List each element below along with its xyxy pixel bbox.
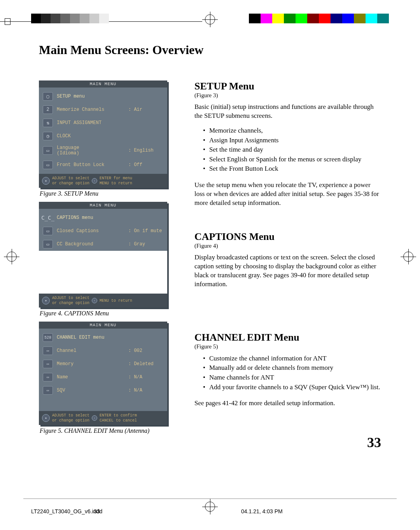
figures-column: MAIN MENU ▢SETUP menu 2Memorize Channels… bbox=[39, 80, 179, 439]
channel-bullets: Customize the channel information for AN… bbox=[194, 354, 381, 392]
registration-mark-icon bbox=[401, 249, 416, 264]
figure-3-caption: Figure 3. SETUP Menu bbox=[40, 190, 179, 197]
page-title: Main Menu Screens: Overview bbox=[39, 43, 381, 57]
figure-4-osd: MAIN MENU C̲C̲CAPTIONS menu ▭Closed Capt… bbox=[39, 202, 167, 308]
setup-bullets: Memorize channels, Assign Input Assignme… bbox=[194, 126, 381, 174]
grayscale-bar bbox=[31, 14, 109, 23]
registration-mark-icon bbox=[4, 249, 19, 264]
dpad-icon bbox=[42, 177, 50, 185]
list-item: Name channels for ANT bbox=[210, 373, 381, 383]
antenna-icon: 2 bbox=[43, 105, 53, 114]
list-item: Select English or Spanish for the menus … bbox=[210, 155, 381, 164]
box-icon: ▭ bbox=[43, 161, 53, 169]
captions-section: CAPTIONS Menu (Figure 4) Display broadca… bbox=[194, 231, 381, 289]
box-icon: ▭ bbox=[43, 146, 53, 155]
dpad-icon bbox=[42, 414, 50, 422]
text-column: SETUP Menu (Figure 3) Basic (initial) se… bbox=[194, 80, 381, 439]
box-icon: ▭ bbox=[43, 227, 53, 235]
osd-footer: ADJUST to select or change option MENU t… bbox=[39, 294, 167, 308]
setup-para1: Basic (initial) setup instructions and f… bbox=[194, 103, 381, 121]
list-item: Customize the channel information for AN… bbox=[210, 354, 381, 364]
button-icon bbox=[92, 415, 97, 421]
dpad-icon bbox=[42, 297, 50, 304]
clock-icon: ◷ bbox=[43, 132, 53, 140]
list-item: Set the Front Button Lock bbox=[210, 164, 381, 174]
channel-icon: 528 bbox=[43, 333, 53, 342]
box-icon: ▭ bbox=[43, 373, 53, 381]
button-icon bbox=[92, 298, 97, 303]
setup-para2: Use the setup menu when you relocate the… bbox=[194, 181, 381, 208]
footer-filename: LT2240_LT3040_OG_v6.indd33 bbox=[31, 508, 100, 514]
channel-heading: CHANNEL EDIT Menu bbox=[194, 332, 381, 343]
list-item: Add your favorite channels to a SQV (Sup… bbox=[210, 383, 381, 392]
document-footer: LT2240_LT3040_OG_v6.indd33 04.1.21, 4:03… bbox=[31, 508, 389, 514]
list-item: Assign Input Assignments bbox=[210, 136, 381, 145]
button-icon bbox=[92, 178, 97, 184]
box-icon: ▭ bbox=[43, 346, 53, 355]
setup-section: SETUP Menu (Figure 3) Basic (initial) se… bbox=[194, 80, 381, 208]
list-item: Memorize channels, bbox=[210, 126, 381, 136]
box-icon: ▭ bbox=[43, 386, 53, 395]
osd-title: MAIN MENU bbox=[39, 322, 167, 329]
osd-footer: ADJUST to select or change option ENTER … bbox=[39, 174, 167, 188]
figure-5-osd: MAIN MENU 528CHANNEL EDIT menu ▭Channel:… bbox=[39, 322, 167, 425]
box-icon: ▭ bbox=[43, 240, 53, 248]
list-item: Set the time and day bbox=[210, 145, 381, 155]
crop-rule bbox=[0, 21, 202, 22]
setup-figref: (Figure 3) bbox=[194, 92, 381, 99]
figure-4-caption: Figure 4. CAPTIONS Menu bbox=[40, 310, 179, 317]
osd-footer: ADJUST to select or change option ENTER … bbox=[39, 411, 167, 425]
figure-3-osd: MAIN MENU ▢SETUP menu 2Memorize Channels… bbox=[39, 80, 167, 188]
setup-heading: SETUP Menu bbox=[194, 80, 381, 92]
cc-icon: C̲C̲ bbox=[43, 213, 53, 222]
figure-5-caption: Figure 5. CHANNEL EDIT Menu (Antenna) bbox=[40, 427, 179, 434]
page-content: Main Menu Screens: Overview MAIN MENU ▢S… bbox=[39, 43, 381, 439]
tv-icon: ▢ bbox=[43, 92, 53, 101]
channel-para2: See pages 41-42 for more detailed setup … bbox=[194, 399, 381, 408]
box-icon: ▭ bbox=[43, 360, 53, 368]
footer-timestamp: 04.1.21, 4:03 PM bbox=[241, 508, 283, 514]
channel-section: CHANNEL EDIT Menu (Figure 5) Customize t… bbox=[194, 332, 381, 408]
footer-rule bbox=[23, 499, 397, 499]
list-item: Manually add or delete channels from mem… bbox=[210, 363, 381, 373]
captions-heading: CAPTIONS Menu bbox=[194, 231, 381, 243]
crop-box bbox=[5, 18, 10, 25]
captions-para: Display broadcasted captions or text on … bbox=[194, 253, 381, 289]
osd-title: MAIN MENU bbox=[39, 80, 167, 87]
osd-title: MAIN MENU bbox=[39, 202, 167, 209]
page-number: 33 bbox=[367, 434, 381, 451]
arrows-icon: ⇅ bbox=[43, 119, 53, 127]
color-bar bbox=[249, 14, 389, 23]
registration-mark-icon bbox=[202, 12, 218, 27]
channel-figref: (Figure 5) bbox=[194, 343, 381, 350]
captions-figref: (Figure 4) bbox=[194, 243, 381, 249]
